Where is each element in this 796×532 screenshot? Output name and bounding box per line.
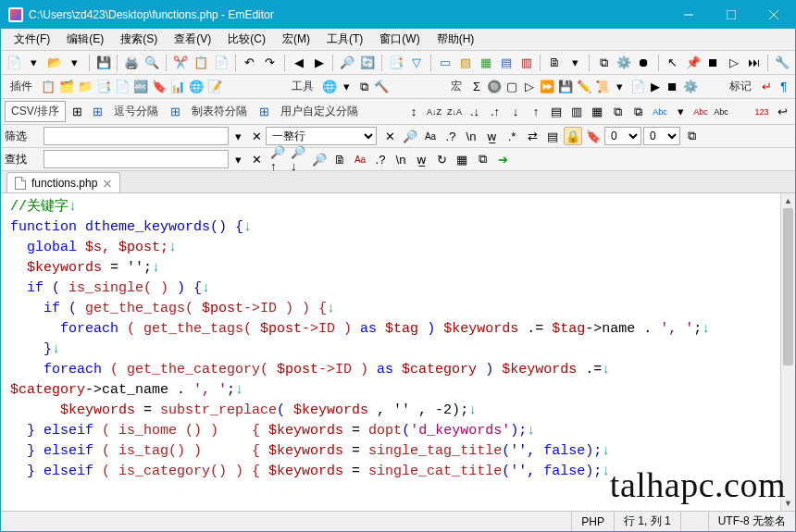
bookmark-icon[interactable]: 🔖 <box>584 127 603 145</box>
filter-search-icon[interactable]: 🔎 <box>401 127 419 145</box>
menu-view[interactable]: 查看(V) <box>167 29 218 50</box>
word-icon[interactable]: w̲ <box>412 150 430 168</box>
ie-icon[interactable]: 🌐 <box>321 78 338 96</box>
tool-icon[interactable]: 🔨 <box>373 78 390 96</box>
dropdown-icon[interactable]: ▾ <box>613 78 628 96</box>
case-icon[interactable]: Aa <box>351 150 369 168</box>
plugin-icon[interactable]: 📋 <box>40 78 56 96</box>
close-icon[interactable]: ✕ <box>247 150 266 168</box>
editor[interactable]: //关键字↓ function dtheme_keywords() {↓ glo… <box>1 193 780 511</box>
step-icon[interactable]: ⏭ <box>745 54 764 72</box>
panel-icon[interactable]: ▥ <box>517 54 536 72</box>
csv-custom[interactable]: 用户自定义分隔 <box>275 102 364 121</box>
sort-za-icon[interactable]: Z↓A <box>445 103 464 121</box>
macro-icon[interactable]: 💾 <box>557 78 574 96</box>
plugin-icon[interactable]: 🔤 <box>132 78 149 96</box>
panel-icon[interactable]: ▤ <box>497 54 516 72</box>
csv-tab[interactable]: 制表符分隔 <box>186 102 253 121</box>
print-icon[interactable]: 🖨️ <box>122 54 141 72</box>
grid-icon[interactable]: ⊞ <box>88 103 106 121</box>
go-icon[interactable]: ➔ <box>493 150 512 168</box>
filter-icon[interactable]: ▥ <box>567 103 586 121</box>
filter-column-select[interactable]: 一整行 <box>266 127 377 145</box>
record-icon[interactable]: ⏺ <box>635 54 653 72</box>
spell-icon[interactable]: Abc <box>651 103 669 121</box>
plugin-icon[interactable]: 📄 <box>114 78 131 96</box>
dedup-icon[interactable]: ⧉ <box>608 103 627 121</box>
menu-file[interactable]: 文件(F) <box>6 29 57 50</box>
wrap-icon[interactable]: ↩ <box>773 103 791 121</box>
sort-icon[interactable]: .↑ <box>486 103 504 121</box>
menu-compare[interactable]: 比较(C) <box>220 29 273 50</box>
filter-icon[interactable]: ▤ <box>547 103 566 121</box>
plugin-icon[interactable]: 🗂️ <box>58 78 75 96</box>
macro-icon[interactable]: ▢ <box>504 78 519 96</box>
search-icon[interactable]: 🔎 <box>338 54 356 72</box>
macro-icon[interactable]: ⚙️ <box>682 78 699 96</box>
minimize-button[interactable] <box>667 1 710 29</box>
menu-macro[interactable]: 宏(M) <box>275 29 317 50</box>
menu-window[interactable]: 窗口(W) <box>372 29 427 50</box>
word-icon[interactable]: w̲ <box>482 127 501 145</box>
close-icon[interactable]: ✕ <box>247 127 266 145</box>
macro-icon[interactable]: ⏩ <box>539 78 555 96</box>
cmd-icon[interactable]: ⧉ <box>356 78 371 96</box>
sum-icon[interactable]: Σ <box>469 78 484 96</box>
filter-lines-select[interactable]: 0 <box>604 127 641 145</box>
pointer-icon[interactable]: ↖ <box>664 54 682 72</box>
paste-icon[interactable]: 📄 <box>212 54 230 72</box>
status-encoding[interactable]: UTF-8 无签名 <box>708 512 795 531</box>
panel-icon[interactable]: ▧ <box>456 54 475 72</box>
sort-az-icon[interactable]: A↓Z <box>425 103 443 121</box>
tab-close-icon[interactable] <box>103 179 112 188</box>
vertical-scrollbar[interactable]: ▲ ▼ <box>780 193 795 511</box>
grid-icon[interactable]: ⊞ <box>68 103 86 121</box>
refresh-icon[interactable]: 🔄 <box>358 54 377 72</box>
dropdown-icon[interactable]: ▾ <box>25 54 44 72</box>
menu-help[interactable]: 帮助(H) <box>429 29 482 50</box>
sort-icon[interactable]: ↓ <box>506 103 525 121</box>
undo-icon[interactable]: ↶ <box>241 54 259 72</box>
window-icon[interactable]: ▭ <box>436 54 454 72</box>
new-file-icon[interactable]: 📄 <box>5 54 23 72</box>
spell-icon[interactable]: Abc <box>691 103 710 121</box>
play-icon[interactable]: ▷ <box>725 54 743 72</box>
plugin-icon[interactable]: 📊 <box>169 78 186 96</box>
scroll-down-icon[interactable]: ▼ <box>781 496 795 511</box>
options-icon[interactable]: ⧉ <box>473 150 491 168</box>
back-icon[interactable]: ◀ <box>290 54 308 72</box>
print-preview-icon[interactable]: 🔍 <box>143 54 161 72</box>
menu-search[interactable]: 搜索(S) <box>113 29 165 50</box>
dropdown-icon[interactable]: ▾ <box>340 78 354 96</box>
sort-icon[interactable]: ↕ <box>404 103 423 121</box>
pin-icon[interactable]: 📌 <box>684 54 703 72</box>
numbers-icon[interactable]: 123 <box>752 103 771 121</box>
settings-icon[interactable]: ⧉ <box>682 127 701 145</box>
escape-icon[interactable]: \n <box>462 127 480 145</box>
dropdown-icon[interactable]: ▾ <box>229 150 247 168</box>
toggle-icon[interactable]: ⇄ <box>523 127 541 145</box>
gear-icon[interactable]: ⚙️ <box>615 54 633 72</box>
inc-icon[interactable]: .* <box>503 127 521 145</box>
macro-icon[interactable]: 📜 <box>594 78 611 96</box>
plugin-icon[interactable]: 📝 <box>206 78 223 96</box>
csv-label[interactable]: CSV/排序 <box>5 101 66 122</box>
save-icon[interactable]: 💾 <box>94 54 113 72</box>
sort-icon[interactable]: ↑ <box>527 103 545 121</box>
macro-icon[interactable]: ▶ <box>648 78 663 96</box>
open-file-icon[interactable]: 📂 <box>45 54 64 72</box>
find-prev-icon[interactable]: 🔎↑ <box>269 150 288 168</box>
wrap-icon[interactable]: ↻ <box>432 150 451 168</box>
find-next-icon[interactable]: 🔎↓ <box>290 150 308 168</box>
find-all-icon[interactable]: 🔎 <box>310 150 329 168</box>
block-icon[interactable]: ▤ <box>543 127 562 145</box>
status-lang[interactable]: PHP <box>571 512 614 531</box>
case-icon[interactable]: Aa <box>421 127 440 145</box>
plugin-icon[interactable]: 🔖 <box>151 78 168 96</box>
csv-comma[interactable]: 逗号分隔 <box>108 102 164 121</box>
dropdown-icon[interactable]: ▾ <box>566 54 584 72</box>
macro-icon[interactable]: ⏹ <box>665 78 679 96</box>
spell-icon[interactable]: Abc <box>712 103 730 121</box>
replace-icon[interactable]: 🗎 <box>330 150 349 168</box>
tab-file[interactable]: functions.php <box>6 172 120 192</box>
